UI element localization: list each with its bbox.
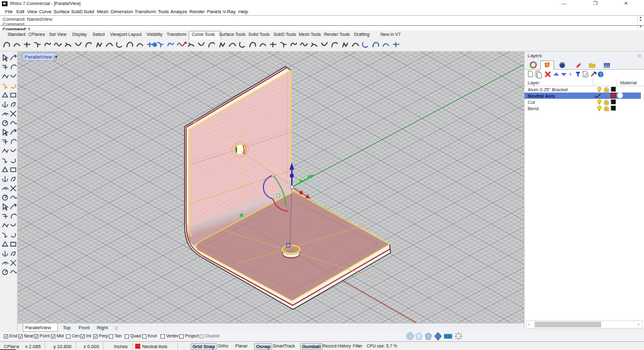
- svg-text:ParallelView |▾: ParallelView |▾: [25, 54, 57, 60]
- svg-text:?: ?: [599, 72, 602, 77]
